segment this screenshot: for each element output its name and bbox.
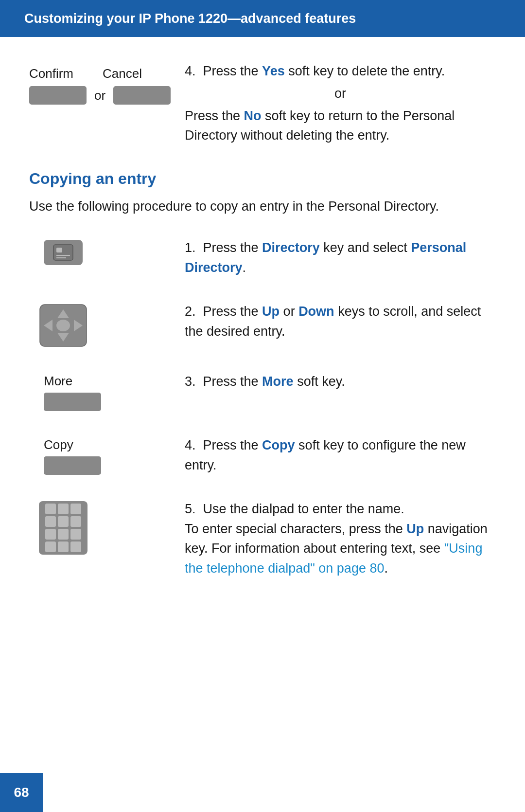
copying-heading: Copying an entry [29,170,496,188]
step4-copy-text: 4. Press the Copy soft key to configure … [185,435,496,475]
copying-intro: Use the following procedure to copy an e… [29,197,496,217]
confirm-button-img [29,86,87,105]
step5-line1: Use the dialpad to enter the name. [203,502,404,516]
copy-button-img [44,456,101,475]
step1-number: 1. [185,240,199,255]
step5-line4: . [384,561,388,576]
step5-number: 5. [185,502,199,516]
directory-key-icon [44,240,83,265]
yes-key: Yes [262,64,285,78]
up-nav-key: Up [406,522,424,536]
svg-point-9 [56,320,70,331]
step4a-number: 4. [185,64,199,78]
step4-row: Copy 4. Press the Copy soft key to confi… [29,435,496,475]
header-title: Customizing your IP Phone 1220—advanced … [24,11,356,26]
or-text: or [94,88,105,103]
directory-key: Directory [262,240,320,255]
step2-text: 2. Press the Up or Down keys to scroll, … [185,302,496,341]
step1-after: . [243,260,246,275]
dialpad-key-8 [58,529,69,540]
dialpad-key-2 [58,504,69,514]
nav-key-icon [39,304,88,347]
cancel-button-img [113,86,171,105]
dialpad-grid [45,504,81,552]
header: Customizing your IP Phone 1220—advanced … [0,0,525,37]
dialpad-key-6 [70,516,81,527]
dialpad-key-0 [58,541,69,552]
step3-row: More 3. Press the More soft key. [29,372,496,411]
copy-key: Copy [262,438,295,452]
confirm-label: Confirm [29,66,73,81]
more-key: More [262,374,294,389]
step2-middle: or [280,304,298,319]
dialpad-key-4 [45,516,56,527]
step4c-before: Press the [203,438,262,452]
step2-icon-col [29,302,185,347]
step1-row: 1. Press the Directory key and select Pe… [29,238,496,277]
cancel-label: Cancel [103,66,142,81]
step1-before: Press the [203,240,262,255]
step1-middle: key and select [320,240,411,255]
step2-before: Press the [203,304,262,319]
step2-row: 2. Press the Up or Down keys to scroll, … [29,302,496,347]
page-number-box: 68 [0,773,43,812]
step3-icon-col: More [29,372,185,411]
dialpad-key-star [45,541,56,552]
copy-label: Copy [44,437,73,452]
step5-text: 5. Use the dialpad to enter the name. To… [185,499,496,578]
step4b-before: Press the [185,108,244,123]
step2-number: 2. [185,304,199,319]
confirm-cancel-col: Confirm Cancel or [29,61,185,145]
dialpad-key-1 [45,504,56,514]
step1-icon-col [29,238,185,265]
step3-number: 3. [185,374,199,389]
dialpad-key-3 [70,504,81,514]
step3-before: Press the [203,374,262,389]
step3-text: 3. Press the More soft key. [185,372,496,392]
step4a-after: soft key to delete the entry. [285,64,445,78]
step4a-before: Press the [203,64,262,78]
dialpad-key-5 [58,516,69,527]
step5-line2: To enter special characters, press the [185,522,406,536]
step3-after: soft key. [294,374,345,389]
step1-text: 1. Press the Directory key and select Pe… [185,238,496,277]
page-number: 68 [14,785,29,800]
step5-icon-col [29,499,185,555]
dialpad-key-hash [70,541,81,552]
more-button-img [44,393,101,411]
step4-text: 4. Press the Yes soft key to delete the … [185,61,496,145]
or-inline: or [185,86,496,101]
svg-rect-1 [56,248,62,253]
dialpad-key-7 [45,529,56,540]
step5-row: 5. Use the dialpad to enter the name. To… [29,499,496,578]
no-key: No [244,108,262,123]
dialpad-key-9 [70,529,81,540]
step4-icon-col: Copy [29,435,185,475]
dialpad-icon [39,501,88,555]
up-key: Up [262,304,280,319]
more-label: More [44,374,72,389]
down-key: Down [298,304,334,319]
step4c-number: 4. [185,438,199,452]
